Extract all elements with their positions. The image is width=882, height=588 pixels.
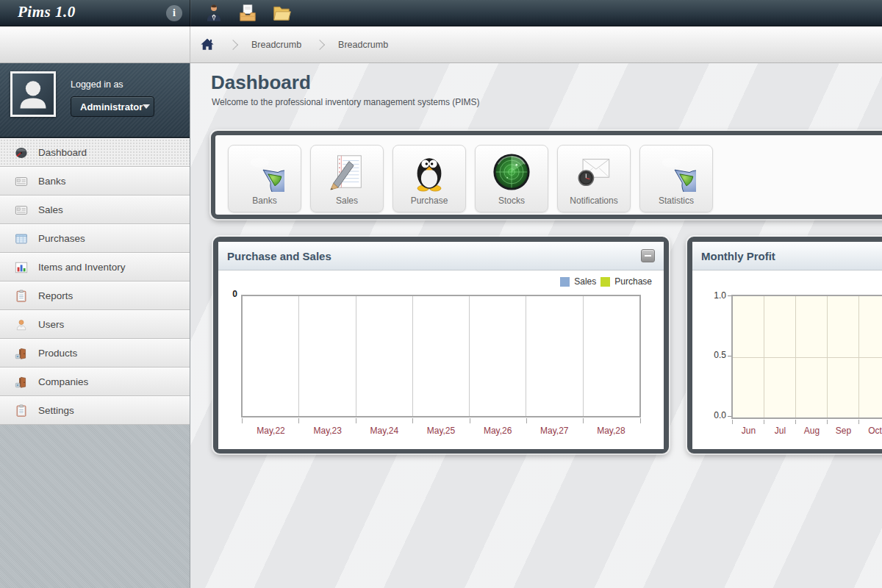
legend-label: Sales — [574, 276, 596, 287]
pims-window: Pims 1.0 i Breadcrumb Breadcrumb Logged … — [0, 0, 882, 588]
breadcrumb-bar: Breadcrumb Breadcrumb — [0, 26, 882, 63]
topbar-divider — [190, 0, 190, 26]
info-icon[interactable]: i — [166, 5, 182, 21]
folder-icon[interactable] — [272, 3, 291, 24]
sidebar-item-items-inventory[interactable]: Items and Inventory — [0, 253, 190, 282]
chart-legend: Sales Purchase — [560, 276, 652, 287]
shortcut-label: Stocks — [498, 196, 525, 206]
door-icon — [15, 376, 28, 389]
sidebar-item-label: Users — [38, 319, 64, 330]
sidebar-item-label: Reports — [38, 290, 73, 301]
x-axis-ticks — [732, 420, 882, 424]
shortcut-label: Banks — [252, 196, 276, 206]
x-tick-label: Jun — [733, 426, 764, 436]
shortcut-banks[interactable]: Banks — [228, 145, 301, 212]
shortcut-sales[interactable]: Sales — [310, 145, 384, 212]
penguin-icon — [409, 152, 449, 192]
sidebar-background — [0, 425, 190, 588]
inbox-document-icon[interactable] — [238, 3, 257, 24]
radar-icon — [492, 152, 531, 192]
purchase-sales-chart: Sales Purchase 0 May,22 May,23 May,24 Ma… — [218, 270, 664, 449]
shortcut-purchase[interactable]: Purchase — [392, 145, 466, 212]
sidebar-item-products[interactable]: Products — [0, 339, 190, 368]
shortcut-stocks[interactable]: Stocks — [475, 145, 548, 212]
mail-clock-icon — [574, 152, 614, 192]
legend-swatch-purchase — [600, 277, 610, 287]
pie-chart-icon — [245, 152, 284, 192]
panel-header: Monthly Profit — [692, 242, 882, 270]
gauge-icon — [15, 146, 28, 159]
sidebar-item-label: Items and Inventory — [38, 262, 126, 273]
x-axis-labels: Jun Jul Aug Sep Oct — [733, 426, 882, 436]
y-axis-tick: 0 — [221, 289, 237, 299]
app-title: Pims 1.0 — [18, 3, 76, 21]
y-axis-tick: 0.5 — [703, 350, 726, 360]
legend-label: Purchase — [614, 276, 652, 287]
panel-header: Purchase and Sales — [218, 242, 664, 270]
y-axis-tick: 1.0 — [703, 290, 726, 301]
sidebar-item-label: Companies — [38, 376, 88, 387]
sidebar-menu: Dashboard Banks Sales Purchases Items an… — [0, 138, 190, 425]
sidebar-item-dashboard[interactable]: Dashboard — [0, 138, 190, 167]
user-icon — [15, 318, 28, 331]
sidebar-item-label: Settings — [38, 405, 74, 416]
home-icon[interactable] — [200, 37, 215, 51]
page-subtitle: Welcome to the professional inventory ma… — [212, 97, 480, 107]
monthly-profit-panel: Monthly Profit 1.0 0.5 0.0 Jun Jul Aug S… — [687, 237, 882, 453]
sidebar-item-settings[interactable]: Settings — [0, 396, 190, 425]
sidebar-item-banks[interactable]: Banks — [0, 167, 190, 196]
sidebar-item-reports[interactable]: Reports — [0, 282, 190, 310]
shortcut-label: Sales — [336, 196, 358, 206]
x-tick-label: Sep — [828, 426, 859, 436]
x-axis-ticks — [242, 418, 641, 423]
sidebar-item-label: Dashboard — [38, 147, 87, 158]
clipboard-icon — [15, 404, 28, 417]
bar-chart-icon — [15, 261, 28, 274]
x-tick-label: May,27 — [526, 426, 583, 436]
plot-area — [241, 295, 641, 417]
topbar-actions — [204, 3, 291, 24]
x-tick-label: May,28 — [583, 426, 639, 436]
shortcut-statistics[interactable]: Statistics — [639, 145, 713, 212]
x-tick-label: May,24 — [356, 426, 412, 436]
x-axis-labels: May,22 May,23 May,24 May,25 May,26 May,2… — [243, 426, 639, 436]
user-role-label: Administrator — [80, 101, 143, 112]
chevron-down-icon — [143, 104, 150, 109]
sidebar-item-companies[interactable]: Companies — [0, 368, 190, 396]
sidebar-item-purchases[interactable]: Purchases — [0, 224, 190, 253]
businessman-icon[interactable] — [204, 3, 223, 24]
sidebar-item-sales[interactable]: Sales — [0, 196, 190, 224]
user-panel: Logged in as Administrator — [0, 63, 190, 138]
pie-chart-icon — [656, 152, 696, 192]
shortcut-notifications[interactable]: Notifications — [557, 145, 631, 212]
door-icon — [15, 347, 28, 360]
chevron-right-icon — [315, 39, 325, 49]
chevron-right-icon — [228, 39, 238, 49]
minimize-button[interactable] — [641, 249, 655, 262]
legend-swatch-sales — [560, 277, 570, 287]
x-tick-label: May,22 — [243, 426, 299, 436]
top-bar: Pims 1.0 i — [0, 0, 882, 26]
table-icon — [15, 232, 28, 245]
sidebar-item-label: Sales — [38, 204, 63, 215]
breadcrumb: Breadcrumb Breadcrumb — [200, 26, 388, 62]
sidebar: Logged in as Administrator Dashboard Ban… — [0, 63, 190, 588]
shortcut-label: Statistics — [659, 196, 694, 206]
purchase-sales-panel: Purchase and Sales Sales Purchase 0 May,… — [213, 237, 669, 453]
x-tick-label: Oct — [859, 426, 882, 436]
breadcrumb-item[interactable]: Breadcrumb — [338, 40, 388, 50]
breadcrumb-item[interactable]: Breadcrumb — [251, 40, 301, 50]
x-tick-label: May,23 — [299, 426, 356, 436]
avatar — [10, 71, 56, 117]
sidebar-item-users[interactable]: Users — [0, 310, 190, 339]
x-tick-label: May,25 — [412, 426, 469, 436]
panel-title: Monthly Profit — [701, 250, 775, 262]
x-tick-label: Aug — [796, 426, 828, 436]
clipboard-icon — [15, 290, 28, 303]
page-title: Dashboard — [211, 71, 311, 94]
shortcuts-panel: Banks Sales Purchase Stocks Notification… — [211, 131, 882, 219]
minus-icon — [645, 255, 651, 257]
user-role-dropdown[interactable]: Administrator — [71, 96, 154, 117]
monthly-profit-chart: 1.0 0.5 0.0 Jun Jul Aug Sep Oct — [692, 270, 882, 449]
logged-in-label: Logged in as — [71, 79, 123, 90]
